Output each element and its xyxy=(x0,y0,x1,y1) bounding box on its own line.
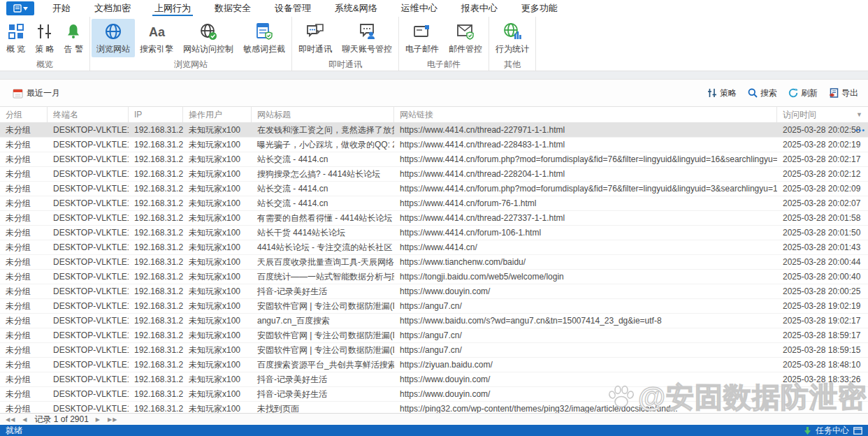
cell-user: 未知玩家x100 xyxy=(183,299,252,313)
cell-title: 站长干货 4414站长论坛 xyxy=(252,226,394,240)
table-row[interactable]: 未分组 DESKTOP-VLKTLE1 192.168.31.27 未知玩家x1… xyxy=(0,314,868,328)
table-row[interactable]: 未分组 DESKTOP-VLKTLE1 192.168.31.27 未知玩家x1… xyxy=(0,372,868,387)
cell-time: 2025-03-28 20:01:50••• xyxy=(777,226,868,240)
table-row[interactable]: 未分组 DESKTOP-VLKTLE1 192.168.31.27 未知玩家x1… xyxy=(0,402,868,413)
ribbon-item-label: 告 警 xyxy=(64,43,83,55)
search-icon xyxy=(748,88,758,98)
window-icon[interactable] xyxy=(853,427,862,435)
cell-terminal: DESKTOP-VLKTLE1 xyxy=(48,138,129,152)
menu-tab-start[interactable]: 开始 xyxy=(41,0,82,17)
menu-tab-report-center[interactable]: 报表中心 xyxy=(449,0,509,17)
app-logo-icon xyxy=(13,4,22,13)
table-row[interactable]: 未分组 DESKTOP-VLKTLE1 192.168.31.27 未知玩家x1… xyxy=(0,211,868,226)
table-row[interactable]: 未分组 DESKTOP-VLKTLE1 192.168.31.27 未知玩家x1… xyxy=(0,240,868,255)
app-menu-button[interactable] xyxy=(6,1,34,15)
cell-url: https://www.baidu.com/s?wd=angu7.cn&tn=1… xyxy=(394,314,777,328)
column-header-user[interactable]: 操作用户 xyxy=(183,107,252,122)
cell-time-value: 2025-03-28 18:59:15 xyxy=(783,345,860,355)
column-header-time[interactable]: 访问时间▼ xyxy=(777,107,868,122)
cell-user: 未知玩家x100 xyxy=(183,138,252,152)
ribbon-item-label: 聊天账号管控 xyxy=(342,43,392,55)
task-center-button[interactable]: 任务中心 xyxy=(816,425,849,436)
cell-title: 在发钱和涨工资之间，竟然选择了放贷款，... xyxy=(252,123,394,137)
search-button[interactable]: 搜索 xyxy=(748,87,777,99)
table-row[interactable]: 未分组 DESKTOP-VLKTLE1 192.168.31.27 未知玩家x1… xyxy=(0,167,868,182)
cell-ip: 192.168.31.27 xyxy=(129,138,183,152)
menu-tab-system-network[interactable]: 系统&网络 xyxy=(323,0,389,17)
cell-time-value: 2025-03-28 18:33:26 xyxy=(783,375,860,384)
table-row[interactable]: 未分组 DESKTOP-VLKTLE1 192.168.31.27 未知玩家x1… xyxy=(0,343,868,358)
table-row[interactable]: 未分组 DESKTOP-VLKTLE1 192.168.31.27 未知玩家x1… xyxy=(0,299,868,314)
table-row[interactable]: 未分组 DESKTOP-VLKTLE1 192.168.31.27 未知玩家x1… xyxy=(0,270,868,284)
ribbon-item-policy[interactable]: 策 略 xyxy=(30,19,59,57)
table-row[interactable]: 未分组 DESKTOP-VLKTLE1 192.168.31.27 未知玩家x1… xyxy=(0,358,868,372)
table-row[interactable]: 未分组 DESKTOP-VLKTLE1 192.168.31.27 未知玩家x1… xyxy=(0,255,868,270)
cell-group: 未分组 xyxy=(0,255,48,269)
export-button[interactable]: 导出 xyxy=(829,87,858,99)
ribbon-item-mail-control[interactable]: 邮件管控 xyxy=(444,19,487,57)
ribbon-item-im[interactable]: 即时通讯 xyxy=(294,19,337,57)
globe-icon xyxy=(104,22,122,41)
menu-tab-data-security[interactable]: 数据安全 xyxy=(203,0,263,17)
menu-tab-ops-center[interactable]: 运维中心 xyxy=(389,0,449,17)
ribbon-item-behavior-stats[interactable]: 行为统计 xyxy=(491,19,534,57)
cell-terminal: DESKTOP-VLKTLE1 xyxy=(48,240,129,254)
refresh-icon xyxy=(788,88,798,98)
first-page-button[interactable]: ◀◀ xyxy=(6,416,15,423)
table-row[interactable]: 未分组 DESKTOP-VLKTLE1 192.168.31.27 未知玩家x1… xyxy=(0,138,868,152)
menu-tab-more[interactable]: 更多功能 xyxy=(509,0,570,17)
ribbon-item-alert[interactable]: 告 警 xyxy=(59,19,88,57)
ribbon-item-sensitive-word-block[interactable]: 敏感词拦截 xyxy=(238,19,290,57)
ribbon-item-overview[interactable]: 概 览 xyxy=(1,19,30,57)
table-row[interactable]: 未分组 DESKTOP-VLKTLE1 192.168.31.27 未知玩家x1… xyxy=(0,182,868,196)
column-header-title[interactable]: 网站标题 xyxy=(252,107,394,122)
filter-caret-icon[interactable]: ▼ xyxy=(856,111,862,118)
menu-tab-device-mgmt[interactable]: 设备管理 xyxy=(263,0,323,17)
ribbon-content-divider xyxy=(0,71,868,80)
column-header-group[interactable]: 分组 xyxy=(0,107,48,122)
next-page-button[interactable]: ▶ xyxy=(96,416,101,423)
column-header-terminal[interactable]: 终端名 xyxy=(48,107,129,122)
ribbon-group-email: 电子邮件 邮件管控 电子邮件 xyxy=(399,17,489,71)
cell-ip: 192.168.31.27 xyxy=(129,182,183,196)
table-row[interactable]: 未分组 DESKTOP-VLKTLE1 192.168.31.27 未知玩家x1… xyxy=(0,226,868,240)
policy-button[interactable]: 策略 xyxy=(707,87,737,99)
column-header-ip[interactable]: IP xyxy=(129,107,183,122)
cell-terminal: DESKTOP-VLKTLE1 xyxy=(48,167,129,181)
table-row[interactable]: 未分组 DESKTOP-VLKTLE1 192.168.31.27 未知玩家x1… xyxy=(0,152,868,167)
table-row[interactable]: 未分组 DESKTOP-VLKTLE1 192.168.31.27 未知玩家x1… xyxy=(0,328,868,343)
cell-title: 安固软件官网 | 专注公司数据防泄漏(DLP)，... xyxy=(252,343,394,357)
ribbon-item-browse-sites[interactable]: 浏览网站 xyxy=(92,19,135,57)
ribbon-group-browse: 浏览网站 Aa 搜索引擎 网站访问控制 敏感词拦截 浏览网站 xyxy=(90,17,292,71)
ribbon-item-email[interactable]: 电子邮件 xyxy=(400,19,444,57)
prev-page-button[interactable]: ◀ xyxy=(22,416,27,423)
cell-group: 未分组 xyxy=(0,123,48,137)
cell-ip: 192.168.31.27 xyxy=(129,226,183,240)
menu-tab-doc-encrypt[interactable]: 文档加密 xyxy=(82,0,143,17)
table-row[interactable]: 未分组 DESKTOP-VLKTLE1 192.168.31.27 未知玩家x1… xyxy=(0,284,868,299)
ribbon-item-search-engine[interactable]: Aa 搜索引擎 xyxy=(135,19,178,57)
ribbon-item-chat-account-control[interactable]: 聊天账号管控 xyxy=(337,19,397,57)
filter-bar: 最近一月 策略 搜索 刷新 导出 xyxy=(0,80,868,106)
cell-user: 未知玩家x100 xyxy=(183,387,252,401)
cell-url: https://angu7.cn/ xyxy=(394,299,777,313)
table-row[interactable]: 未分组 DESKTOP-VLKTLE1 192.168.31.27 未知玩家x1… xyxy=(0,196,868,211)
column-header-url[interactable]: 网站链接 xyxy=(394,107,777,122)
date-range-filter[interactable]: 最近一月 xyxy=(13,87,60,99)
last-page-button[interactable]: ▶▶ xyxy=(108,416,117,423)
ribbon-item-site-access-control[interactable]: 网站访问控制 xyxy=(178,19,238,57)
table-header: 分组 终端名 IP 操作用户 网站标题 网站链接 访问时间▼ xyxy=(0,106,868,123)
date-range-label: 最近一月 xyxy=(27,87,60,99)
row-actions-menu[interactable]: ••• xyxy=(855,123,865,137)
cell-ip: 192.168.31.27 xyxy=(129,211,183,225)
refresh-button[interactable]: 刷新 xyxy=(788,87,818,99)
menu-tab-web-behavior[interactable]: 上网行为 xyxy=(143,0,203,17)
cell-user: 未知玩家x100 xyxy=(183,167,252,181)
status-bar: 就绪 任务中心 xyxy=(0,425,868,436)
cell-time: 2025-03-28 20:01:43••• xyxy=(777,240,868,254)
cell-terminal: DESKTOP-VLKTLE1 xyxy=(48,343,129,357)
cell-terminal: DESKTOP-VLKTLE1 xyxy=(48,387,129,401)
table-row[interactable]: 未分组 DESKTOP-VLKTLE1 192.168.31.27 未知玩家x1… xyxy=(0,123,868,138)
cell-group: 未分组 xyxy=(0,358,48,372)
table-row[interactable]: 未分组 DESKTOP-VLKTLE1 192.168.31.27 未知玩家x1… xyxy=(0,387,868,402)
